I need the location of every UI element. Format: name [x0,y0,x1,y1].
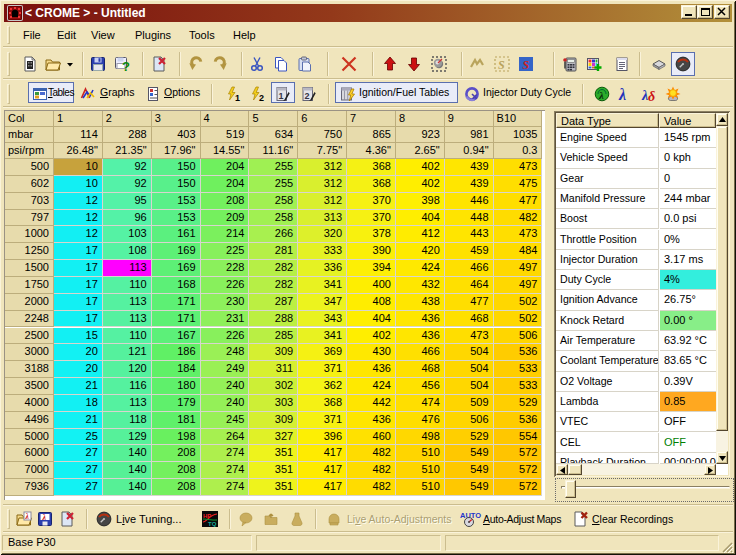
svg-text:?: ? [122,59,130,74]
svg-text:S: S [523,58,530,72]
svg-text:λ: λ [25,512,30,521]
svg-text:δ: δ [648,89,655,104]
svg-text:λ: λ [42,513,47,522]
svg-text:2: 2 [305,91,310,101]
svg-text:λ: λ [598,89,604,101]
svg-text:2: 2 [259,93,264,103]
svg-text:TQ: TQ [208,521,217,527]
svg-text:1: 1 [279,91,284,101]
svg-text:S: S [498,58,505,72]
svg-text:λ: λ [618,86,626,103]
svg-text:1: 1 [235,93,240,103]
